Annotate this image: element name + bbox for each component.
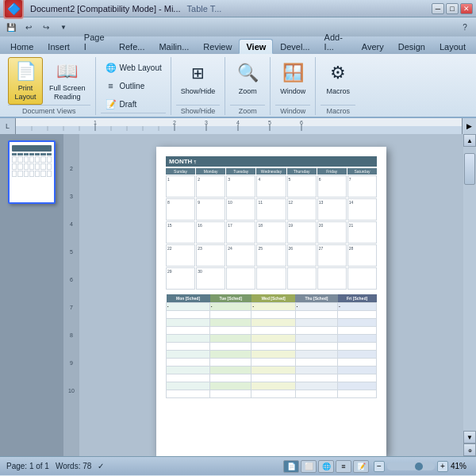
zoom-slider-thumb[interactable]: [415, 463, 423, 470]
scroll-bottom-button[interactable]: ⊕: [463, 443, 476, 456]
vertical-scrollbar[interactable]: ▲ ▼ ⊕: [463, 134, 476, 456]
maximize-button[interactable]: □: [446, 3, 459, 14]
outline-view-button[interactable]: ≡: [336, 460, 351, 473]
scroll-track[interactable]: [463, 147, 476, 431]
print-view-button[interactable]: 📄: [283, 460, 299, 473]
title-bar-left: 🔷 Document2 [Compatibility Mode] - Mi...…: [3, 0, 221, 19]
scroll-up-button[interactable]: ▲: [463, 134, 476, 147]
cal-cell-21: 22: [166, 244, 195, 267]
cal-cell-3: 4: [256, 175, 286, 198]
tab-home[interactable]: Home: [3, 39, 40, 54]
cal-cell-18: 19: [287, 221, 317, 244]
tab-layout[interactable]: Layout: [432, 39, 473, 54]
office-button[interactable]: 🔷: [3, 0, 24, 19]
sched-cell-10-0: [167, 382, 210, 390]
ribbon-group-zoom: 🔍 Zoom Zoom: [227, 57, 271, 115]
print-layout-button[interactable]: 📄 PrintLayout: [8, 57, 43, 105]
ribbon-tabs: Home Insert Page I Refe... Mailin... Rev…: [0, 36, 476, 54]
show-hide-icon: ⊞: [185, 60, 210, 86]
calendar-day-headers: Sunday Monday Tuesday Wednesday Thursday…: [166, 168, 377, 175]
scroll-thumb[interactable]: [464, 153, 475, 185]
month-symbol: ¶: [194, 159, 196, 164]
tab-developer[interactable]: Devel...: [273, 39, 317, 54]
sched-cell-2-4: [338, 319, 377, 327]
calendar-header: MONTH ¶: [166, 156, 377, 167]
sched-cell-2-3: [295, 319, 337, 327]
show-hide-items: ⊞ Show/Hide: [176, 57, 221, 105]
day-header-sat: Saturday: [347, 168, 377, 175]
svg-text:2: 2: [173, 120, 176, 125]
zoom-button[interactable]: 🔍 Zoom: [230, 57, 265, 105]
macros-button[interactable]: ⚙ Macros: [321, 57, 355, 105]
sched-cell-5-2: [251, 343, 295, 351]
tab-review[interactable]: Review: [196, 39, 239, 54]
draft-label: Draft: [120, 100, 137, 109]
page-thumbnail-1[interactable]: [8, 140, 56, 204]
draft-view-button[interactable]: 📝: [353, 460, 369, 473]
show-hide-button[interactable]: ⊞ Show/Hide: [176, 57, 221, 105]
draft-button[interactable]: 📝 Draft: [101, 95, 166, 113]
tab-references[interactable]: Refe...: [112, 39, 152, 54]
pages-panel: [0, 134, 63, 456]
window-items: 🪟 Window: [275, 57, 310, 105]
ruler-container: L 1 2 3 4 5 6 ▶: [0, 118, 476, 134]
sched-cell-10-1: [210, 382, 251, 390]
sched-cell-2-1: [210, 319, 251, 327]
full-screen-reading-button[interactable]: 📖 Full ScreenReading: [44, 57, 90, 105]
tab-add-ins[interactable]: Add-I...: [317, 29, 355, 54]
view-options-label: [101, 113, 166, 115]
ruler-right-button[interactable]: ▶: [462, 118, 476, 134]
customize-quick-access-button[interactable]: ▼: [56, 20, 71, 34]
tab-avery[interactable]: Avery: [355, 39, 391, 54]
web-layout-label: Web Layout: [120, 63, 162, 72]
cal-cell-13: 14: [347, 198, 377, 221]
sched-cell-8-0: [167, 367, 210, 374]
sched-cell-0-3: •: [295, 303, 337, 311]
web-view-button[interactable]: 🌐: [318, 460, 334, 473]
tab-mailings[interactable]: Mailin...: [152, 39, 196, 54]
zoom-in-button[interactable]: +: [437, 461, 448, 472]
sched-cell-6-1: [210, 351, 251, 359]
sched-cell-10-3: [295, 382, 337, 390]
minimize-button[interactable]: ─: [432, 3, 444, 14]
tab-design[interactable]: Design: [391, 39, 432, 54]
close-button[interactable]: ✕: [460, 3, 473, 14]
macros-items: ⚙ Macros: [321, 57, 355, 105]
ruler-corner-button[interactable]: L: [0, 118, 16, 134]
undo-button[interactable]: ↩: [21, 20, 36, 34]
title-extra: Table T...: [187, 4, 222, 13]
outline-button[interactable]: ≡ Outline: [101, 77, 166, 94]
redo-button[interactable]: ↪: [38, 20, 54, 34]
cal-cell-29: 30: [196, 267, 225, 290]
cal-cell-1: 2: [196, 175, 225, 198]
window-button[interactable]: 🪟 Window: [275, 57, 310, 105]
cal-cell-6: 7: [347, 175, 377, 198]
sched-cell-5-1: [210, 343, 251, 351]
svg-rect-0: [16, 126, 462, 134]
sched-cell-8-1: [210, 367, 251, 374]
document-canvas[interactable]: MONTH ¶ Sunday Monday Tuesday Wednesday …: [79, 134, 463, 456]
ribbon-group-show-hide: ⊞ Show/Hide Show/Hide: [173, 57, 226, 115]
full-screen-label: Full ScreenReading: [49, 84, 86, 102]
sched-cell-5-3: [295, 343, 337, 351]
web-layout-button[interactable]: 🌐 Web Layout: [101, 59, 166, 76]
full-screen-view-button[interactable]: ⬜: [301, 460, 317, 473]
tab-view[interactable]: View: [239, 39, 273, 54]
scroll-down-button[interactable]: ▼: [463, 431, 476, 443]
sched-cell-6-4: [338, 351, 377, 359]
tab-insert[interactable]: Insert: [40, 39, 77, 54]
title-bar: 🔷 Document2 [Compatibility Mode] - Mi...…: [0, 0, 476, 17]
cal-cell-30: [226, 267, 255, 290]
sched-cell-6-3: [295, 351, 337, 359]
sched-cell-1-0: [167, 311, 210, 319]
sched-cell-3-1: [210, 327, 251, 335]
zoom-slider[interactable]: [387, 463, 435, 470]
spell-check-icon[interactable]: ✓: [98, 462, 104, 470]
zoom-out-button[interactable]: −: [374, 461, 385, 472]
tab-page-layout[interactable]: Page I: [77, 29, 112, 54]
help-button[interactable]: ?: [457, 20, 473, 34]
sched-cell-7-2: [251, 359, 295, 367]
sched-cell-9-3: [295, 374, 337, 382]
save-button[interactable]: 💾: [3, 20, 19, 34]
cal-cell-24: 25: [256, 244, 286, 267]
